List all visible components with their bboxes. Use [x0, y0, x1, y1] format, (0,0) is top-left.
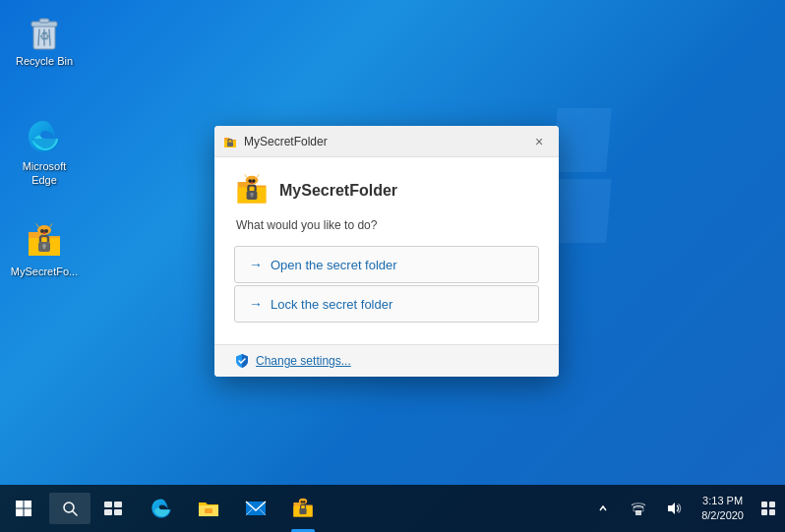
- dialog-close-button[interactable]: ×: [527, 130, 551, 153]
- svg-point-43: [301, 501, 303, 502]
- lock-arrow-icon: →: [249, 296, 263, 312]
- desktop: ♻ Recycle Bin: [0, 0, 785, 485]
- recycle-bin-icon: ♻: [25, 12, 64, 51]
- dialog-app-icon: [234, 173, 270, 208]
- svg-marker-13: [49, 222, 53, 227]
- svg-rect-28: [25, 501, 32, 508]
- dialog-footer: Change settings...: [214, 344, 559, 377]
- svg-rect-27: [16, 501, 24, 508]
- svg-marker-12: [35, 222, 39, 227]
- shield-icon: [234, 353, 250, 369]
- volume-icon[interactable]: [656, 485, 692, 532]
- svg-rect-20: [251, 195, 253, 198]
- dialog-actions: → Open the secret folder → Lock the secr…: [234, 246, 539, 323]
- dialog-header: MySecretFolder: [234, 173, 539, 208]
- dialog-question: What would you like to do?: [234, 218, 539, 232]
- show-hidden-icons-button[interactable]: [585, 485, 621, 532]
- svg-marker-47: [668, 502, 675, 514]
- svg-text:♻: ♻: [39, 30, 50, 43]
- open-secret-label: Open the secret folder: [271, 258, 397, 272]
- svg-rect-29: [16, 509, 24, 517]
- lock-secret-label: Lock the secret folder: [271, 297, 392, 312]
- svg-rect-33: [104, 502, 112, 507]
- mysecretfolder-label: MySecretFo...: [11, 265, 78, 278]
- svg-line-32: [73, 511, 77, 515]
- svg-point-44: [303, 501, 305, 502]
- svg-point-26: [251, 182, 254, 184]
- open-arrow-icon: →: [249, 257, 263, 272]
- taskbar-mail[interactable]: [232, 485, 279, 532]
- edge-label: Microsoft Edge: [9, 159, 80, 188]
- task-view-button[interactable]: [92, 485, 134, 532]
- dialog-title: MySecretFolder: [244, 135, 527, 148]
- svg-rect-41: [299, 508, 306, 514]
- svg-rect-35: [104, 509, 112, 515]
- dialog-app-name: MySecretFolder: [279, 182, 397, 200]
- taskbar-search[interactable]: [49, 493, 91, 524]
- svg-marker-23: [257, 173, 261, 178]
- svg-rect-34: [114, 502, 122, 507]
- mysecretfolder-dialog: MySecretFolder ×: [214, 126, 559, 377]
- clock-time: 3:13 PM: [702, 494, 743, 508]
- svg-rect-10: [43, 246, 45, 249]
- svg-rect-17: [227, 142, 233, 147]
- svg-marker-22: [244, 173, 248, 178]
- recycle-bin-label: Recycle Bin: [16, 54, 73, 68]
- svg-rect-36: [114, 509, 122, 515]
- taskbar-edge[interactable]: [138, 485, 185, 532]
- svg-point-16: [43, 232, 46, 234]
- clock-date: 8/2/2020: [701, 508, 744, 523]
- svg-rect-49: [769, 502, 775, 507]
- taskbar-clock[interactable]: 3:13 PM 8/2/2020: [692, 485, 754, 532]
- lock-secret-folder-button[interactable]: → Lock the secret folder: [234, 285, 539, 323]
- svg-point-42: [299, 499, 307, 504]
- svg-rect-3: [39, 19, 49, 23]
- start-button[interactable]: [0, 485, 47, 532]
- svg-rect-50: [761, 509, 767, 515]
- open-secret-folder-button[interactable]: → Open the secret folder: [234, 246, 539, 283]
- svg-rect-51: [769, 509, 775, 515]
- desktop-icon-recycle-bin[interactable]: ♻ Recycle Bin: [5, 8, 84, 72]
- svg-rect-37: [205, 508, 212, 513]
- svg-rect-30: [25, 509, 32, 517]
- dialog-body: MySecretFolder What would you like to do…: [214, 157, 559, 344]
- taskbar-apps: [138, 485, 327, 532]
- taskbar-mysecretfolder[interactable]: [279, 485, 327, 532]
- desktop-icon-mysecretfolder[interactable]: MySecretFo...: [5, 218, 84, 282]
- taskbar-explorer[interactable]: [185, 485, 232, 532]
- edge-icon: [25, 117, 64, 156]
- desktop-icon-edge[interactable]: Microsoft Edge: [5, 113, 84, 192]
- dialog-titlebar: MySecretFolder ×: [214, 126, 559, 157]
- change-settings-link[interactable]: Change settings...: [256, 354, 351, 368]
- notification-center-button[interactable]: [754, 485, 783, 532]
- svg-rect-48: [761, 502, 767, 507]
- dialog-titlebar-icon: [222, 134, 238, 149]
- taskbar-system: 3:13 PM 8/2/2020: [585, 485, 785, 532]
- taskbar: 3:13 PM 8/2/2020: [0, 485, 785, 532]
- network-icon[interactable]: [621, 485, 656, 532]
- mysecretfolder-desktop-icon: [25, 222, 64, 262]
